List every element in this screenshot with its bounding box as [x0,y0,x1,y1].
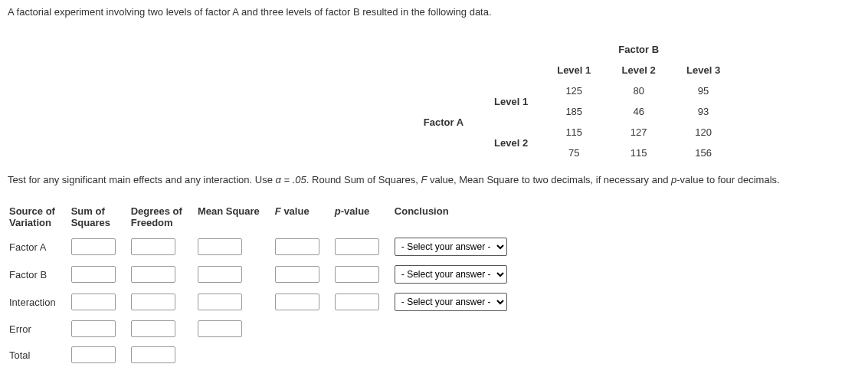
row-header-2: Level 2 [480,122,543,163]
data-cell: 185 [543,101,604,122]
intro-text: A factorial experiment involving two lev… [8,6,860,18]
header-p: p-value [333,204,393,230]
data-cell: 115 [543,122,604,143]
data-table-container: Factor B Level 1 Level 2 Level 3 Level 1… [283,39,860,163]
header-ss: Sum ofSquares [70,204,129,230]
data-cell: 75 [543,143,604,163]
anova-row-error: Error [8,319,521,339]
instructions-text: Test for any significant main effects an… [8,174,860,185]
input-p-factor-b[interactable] [335,266,379,283]
input-f-factor-a[interactable] [275,238,319,255]
input-ms-interaction[interactable] [198,294,242,310]
col-header-2: Level 2 [604,60,673,80]
input-ss-interaction[interactable] [71,294,116,310]
select-conclusion-factor-a[interactable]: - Select your answer - [395,238,507,256]
row-label-factor-a: Factor A [8,236,70,257]
row-label-total: Total [8,345,70,365]
anova-header-row: Source ofVariation Sum ofSquares Degrees… [8,204,521,230]
data-cell: 93 [673,101,734,122]
input-df-factor-a[interactable] [131,238,175,255]
data-cell: 115 [604,143,673,163]
header-ms: Mean Square [196,204,274,230]
input-f-factor-b[interactable] [275,266,319,283]
input-ms-factor-a[interactable] [198,238,242,255]
anova-row-factor-a: Factor A - Select your answer - [8,236,521,257]
anova-row-factor-b: Factor B - Select your answer - [8,264,521,285]
data-cell: 120 [673,122,734,143]
input-df-total[interactable] [131,346,175,363]
input-df-interaction[interactable] [131,294,175,310]
input-df-factor-b[interactable] [131,266,175,283]
header-f: F value [274,204,333,230]
col-header-3: Level 3 [673,60,734,80]
input-ss-total[interactable] [71,346,116,363]
select-conclusion-factor-b[interactable]: - Select your answer - [395,265,507,284]
data-cell: 125 [543,80,604,101]
input-ms-factor-b[interactable] [198,266,242,283]
input-ss-factor-a[interactable] [71,238,116,255]
factor-a-header: Factor A [410,101,480,143]
input-ss-error[interactable] [71,320,116,337]
row-label-error: Error [8,319,70,339]
input-ss-factor-b[interactable] [71,266,116,283]
input-p-factor-a[interactable] [335,238,379,255]
input-df-error[interactable] [131,320,175,337]
anova-row-total: Total [8,345,521,365]
anova-row-interaction: Interaction - Select your answer - [8,291,521,313]
row-label-interaction: Interaction [8,291,70,313]
input-f-interaction[interactable] [275,294,319,310]
data-cell: 156 [673,143,734,163]
select-conclusion-interaction[interactable]: - Select your answer - [395,293,507,311]
data-cell: 95 [673,80,734,101]
data-cell: 80 [604,80,673,101]
header-df: Degrees ofFreedom [129,204,196,230]
header-source: Source ofVariation [8,204,70,230]
data-cell: 46 [604,101,673,122]
anova-table: Source ofVariation Sum ofSquares Degrees… [8,198,521,371]
factorial-data-table: Factor B Level 1 Level 2 Level 3 Level 1… [410,39,734,163]
input-p-interaction[interactable] [335,294,379,310]
factor-b-header: Factor B [604,39,673,60]
data-cell: 127 [604,122,673,143]
header-conclusion: Conclusion [393,204,521,230]
col-header-1: Level 1 [543,60,604,80]
row-header-1: Level 1 [480,80,543,122]
row-label-factor-b: Factor B [8,264,70,285]
input-ms-error[interactable] [198,320,242,337]
